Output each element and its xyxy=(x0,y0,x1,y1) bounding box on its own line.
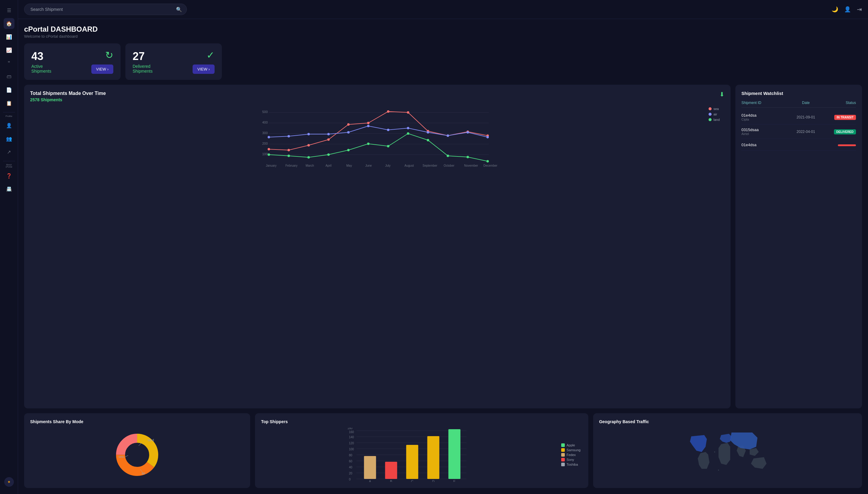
sidebar-home[interactable]: 🏠 xyxy=(4,18,15,29)
svg-point-16 xyxy=(387,110,389,113)
svg-text:December: December xyxy=(483,164,498,167)
svg-text:E: E xyxy=(453,479,456,482)
pie-chart-svg: land sea air xyxy=(113,431,161,479)
watchlist-panel: Shipment Watchlist Shipment ID Date Stat… xyxy=(735,85,862,408)
bar-panel: Top Shippers 0 20 40 60 80 100 120 140 1… xyxy=(255,413,588,488)
ship-company-1: Cipla xyxy=(741,117,785,121)
svg-point-42 xyxy=(427,139,429,141)
svg-text:June: June xyxy=(365,164,372,167)
svg-point-29 xyxy=(407,127,409,129)
geo-map xyxy=(599,428,856,476)
svg-point-34 xyxy=(268,153,270,156)
svg-point-12 xyxy=(307,144,310,147)
delivered-card-right: ✓ VIEW › xyxy=(193,50,215,74)
app-logo: ✦ xyxy=(4,477,14,487)
svg-point-98 xyxy=(714,451,715,452)
watchlist-row-partial: 01e4dsa xyxy=(741,139,856,151)
watchlist-title: Shipment Watchlist xyxy=(741,91,856,96)
svg-text:July: July xyxy=(385,164,391,167)
logout-button[interactable]: ⇥ xyxy=(857,6,862,13)
svg-text:200: 200 xyxy=(262,142,268,145)
svg-text:October: October xyxy=(444,164,455,167)
sidebar-trends[interactable]: 📈 xyxy=(4,44,15,55)
svg-point-32 xyxy=(466,131,469,134)
svg-point-39 xyxy=(367,142,369,145)
sidebar-reports[interactable]: 📋 xyxy=(4,98,15,109)
sidebar-analytics[interactable]: 📊 xyxy=(4,31,15,42)
page-subtitle: Welcome to cPortal dashboard xyxy=(24,34,862,39)
svg-text:B: B xyxy=(390,479,392,482)
geo-panel: Geography Based Traffic xyxy=(593,413,862,488)
bar-title: Top Shippers xyxy=(261,419,582,424)
delivered-label: DeliveredShipments xyxy=(133,64,153,74)
sidebar-help[interactable]: ❓ xyxy=(4,170,15,181)
svg-point-27 xyxy=(367,125,369,127)
svg-point-23 xyxy=(288,135,290,137)
svg-point-25 xyxy=(327,133,330,135)
svg-text:C: C xyxy=(411,479,413,482)
svg-point-30 xyxy=(427,131,429,134)
profile-label: Profile xyxy=(5,115,12,117)
active-view-button[interactable]: VIEW › xyxy=(91,64,113,74)
sidebar-users[interactable]: 👥 xyxy=(4,133,15,144)
bottom-row: Shipments Share By Mode land xyxy=(24,413,862,488)
svg-point-38 xyxy=(347,149,350,151)
sidebar-quotes[interactable]: " xyxy=(4,58,15,69)
search-button[interactable]: 🔍 xyxy=(176,7,182,12)
svg-point-15 xyxy=(367,122,369,124)
svg-point-35 xyxy=(288,155,290,157)
pie-panel: Shipments Share By Mode land xyxy=(24,413,250,488)
svg-rect-95 xyxy=(448,429,461,479)
svg-point-17 xyxy=(407,111,409,114)
svg-text:February: February xyxy=(285,164,297,167)
col-header-id: Shipment ID xyxy=(741,101,785,105)
sidebar-documents[interactable]: 📄 xyxy=(4,84,15,95)
svg-text:August: August xyxy=(404,164,414,167)
search-input[interactable] xyxy=(24,4,187,15)
dashboard-row: Total Shipments Made Over Time 2578 Ship… xyxy=(24,85,862,408)
sidebar: ☰ 🏠 📊 📈 " 🗃 📄 📋 Profile 👤 👥 ↗ AboutcPort… xyxy=(0,0,18,494)
checkmark-icon: ✓ xyxy=(207,50,215,61)
theme-toggle[interactable]: 🌙 xyxy=(831,6,838,13)
col-header-status: Status xyxy=(827,101,856,105)
svg-text:80: 80 xyxy=(349,454,353,457)
svg-text:November: November xyxy=(464,164,478,167)
delivered-view-button[interactable]: VIEW › xyxy=(193,64,215,74)
header-actions: 🌙 👤 ⇥ xyxy=(831,6,862,13)
divider-2 xyxy=(3,161,15,161)
content-area: cPortal DASHBOARD Welcome to cPortal das… xyxy=(18,19,868,494)
svg-point-45 xyxy=(486,160,489,163)
svg-point-31 xyxy=(447,134,449,137)
ship-id-3: 01e4dsa xyxy=(741,142,785,147)
svg-text:sea: sea xyxy=(118,455,124,458)
svg-text:40: 40 xyxy=(349,466,353,469)
svg-point-41 xyxy=(407,132,409,135)
header: 🔍 🌙 👤 ⇥ xyxy=(18,0,868,19)
svg-text:April: April xyxy=(326,164,331,167)
sidebar-contact[interactable]: 📇 xyxy=(4,184,15,194)
sidebar-share[interactable]: ↗ xyxy=(4,147,15,157)
sidebar-storage[interactable]: 🗃 xyxy=(4,71,15,82)
sidebar-profile[interactable]: 👤 xyxy=(4,120,15,131)
active-card-left: 43 ActiveShipments xyxy=(31,50,51,74)
svg-point-44 xyxy=(466,156,469,158)
pie-title: Shipments Share By Mode xyxy=(30,419,244,424)
ship-company-2: Airtel xyxy=(741,132,785,136)
svg-text:140: 140 xyxy=(349,436,354,439)
download-icon[interactable]: ⬇ xyxy=(719,91,725,98)
svg-point-14 xyxy=(347,123,350,126)
svg-point-10 xyxy=(268,148,270,150)
svg-text:100: 100 xyxy=(349,448,354,451)
svg-text:January: January xyxy=(266,164,277,167)
svg-text:March: March xyxy=(306,164,314,167)
svg-text:September: September xyxy=(423,164,438,167)
svg-text:500: 500 xyxy=(262,110,268,114)
sidebar-menu[interactable]: ☰ xyxy=(4,5,15,16)
search-container: 🔍 xyxy=(24,4,187,15)
svg-point-43 xyxy=(447,155,449,157)
bar-legend: Apple Samsung Fedex Sony Toshiba xyxy=(561,428,582,482)
active-shipments-card: 43 ActiveShipments ↻ VIEW › xyxy=(24,43,120,80)
geo-title: Geography Based Traffic xyxy=(599,419,856,424)
user-profile[interactable]: 👤 xyxy=(844,6,851,13)
page-header: cPortal DASHBOARD Welcome to cPortal das… xyxy=(24,25,862,39)
